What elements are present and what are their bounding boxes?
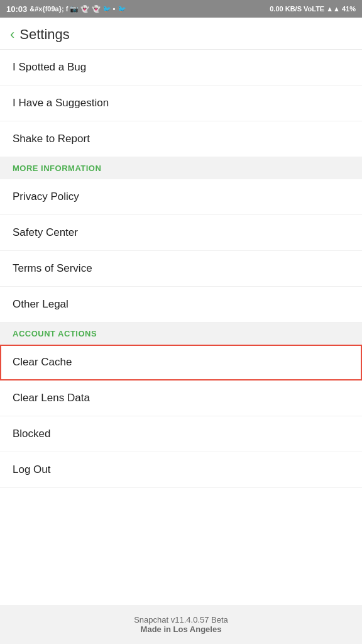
page-title: Settings	[19, 26, 70, 43]
network-speed: 0.00 KB/S	[270, 5, 302, 13]
status-time: 10:03	[6, 4, 27, 14]
status-icons: &#x{f09a}; f 📷 👻 👻 🐦 • 🐦	[30, 5, 126, 13]
section-header-account-actions: ACCOUNT ACTIONS	[0, 323, 362, 345]
page-wrapper: 10:03 &#x{f09a}; f 📷 👻 👻 🐦 • 🐦 0.00 KB/S…	[0, 0, 362, 644]
settings-item-blocked[interactable]: Blocked	[0, 416, 362, 452]
facebook-icon: &#x{f09a};	[30, 5, 63, 13]
wifi-icon: ▲▲	[326, 5, 340, 13]
settings-item-other-legal[interactable]: Other Legal	[0, 287, 362, 323]
settings-item-shake-report[interactable]: Shake to Report	[0, 121, 362, 157]
settings-item-safety-center[interactable]: Safety Center	[0, 215, 362, 251]
header: ‹ Settings	[0, 18, 362, 50]
settings-item-privacy-policy[interactable]: Privacy Policy	[0, 179, 362, 215]
battery-level: 41%	[342, 5, 356, 13]
settings-item-spotted-bug[interactable]: I Spotted a Bug	[0, 50, 362, 86]
status-right: 0.00 KB/S VoLTE ▲▲ 41%	[270, 5, 356, 13]
settings-item-clear-lens-data[interactable]: Clear Lens Data	[0, 380, 362, 416]
settings-item-clear-cache[interactable]: Clear Cache	[0, 345, 362, 380]
settings-item-terms-of-service[interactable]: Terms of Service	[0, 251, 362, 287]
section-header-more-information: MORE INFORMATION	[0, 157, 362, 179]
network-type: VoLTE	[304, 5, 324, 13]
status-bar: 10:03 &#x{f09a}; f 📷 👻 👻 🐦 • 🐦 0.00 KB/S…	[0, 0, 362, 18]
footer: Snapchat v11.4.0.57 Beta Made in Los Ang…	[0, 605, 362, 644]
settings-list: I Spotted a BugI Have a SuggestionShake …	[0, 50, 362, 488]
settings-item-log-out[interactable]: Log Out	[0, 452, 362, 488]
back-button[interactable]: ‹	[10, 28, 14, 42]
footer-location: Made in Los Angeles	[13, 625, 349, 634]
settings-item-suggestion[interactable]: I Have a Suggestion	[0, 86, 362, 121]
footer-version: Snapchat v11.4.0.57 Beta	[13, 615, 349, 625]
status-left: 10:03 &#x{f09a}; f 📷 👻 👻 🐦 • 🐦	[6, 4, 126, 14]
